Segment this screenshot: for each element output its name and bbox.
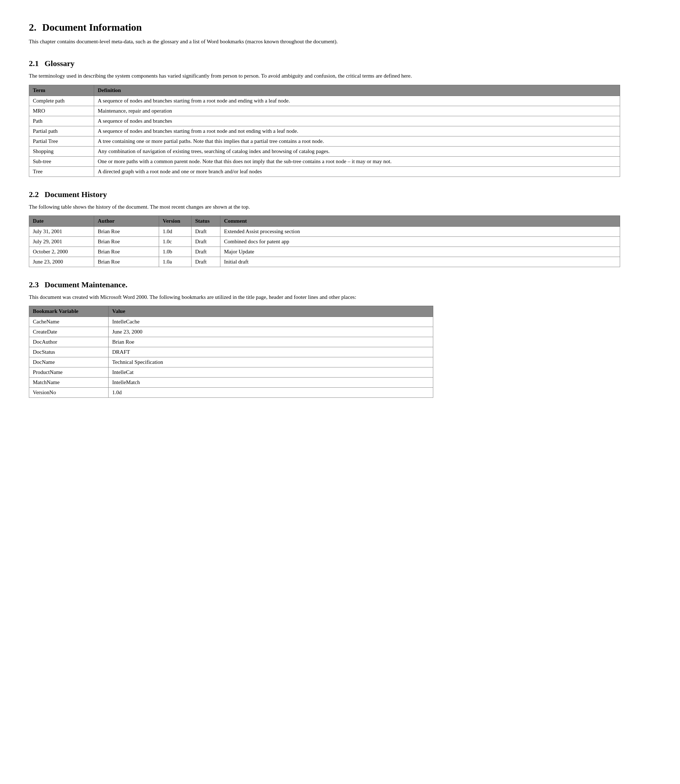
history-version: 1.0c [159,237,192,246]
glossary-term: MRO [29,106,94,116]
subsection-2-1-number: 2.1 [29,59,39,68]
section-2-3-intro: This document was created with Microsoft… [29,293,651,301]
glossary-row: TreeA directed graph with a root node an… [29,166,620,177]
glossary-row: Sub-treeOne or more paths with a common … [29,156,620,166]
history-status: Draft [192,257,220,267]
section-2-2-intro: The following table shows the history of… [29,203,651,211]
history-author: Brian Roe [94,257,159,267]
glossary-definition: A tree containing one or more partial pa… [94,136,620,146]
history-date: July 31, 2001 [29,226,94,237]
glossary-definition: One or more paths with a common parent n… [94,156,620,166]
history-version: 1.0a [159,257,192,267]
section-2-3-title: 2.3Document Maintenance. [29,280,651,289]
bookmark-row: CreateDateJune 23, 2000 [29,327,433,337]
glossary-row: MROMaintenance, repair and operation [29,106,620,116]
history-date: June 23, 2000 [29,257,94,267]
section-number: 2. [29,22,36,33]
history-date: October 2, 2000 [29,246,94,257]
history-version: 1.0b [159,246,192,257]
glossary-row: ShoppingAny combination of navigation of… [29,146,620,156]
history-col-header: Comment [220,216,620,226]
history-col-header: Version [159,216,192,226]
bookmark-variable: MatchName [29,377,109,388]
glossary-row: Partial TreeA tree containing one or mor… [29,136,620,146]
section-2-2-title: 2.2Document History [29,190,651,199]
bookmark-value: June 23, 2000 [109,327,433,337]
history-comment: Extended Assist processing section [220,226,620,237]
history-version: 1.0d [159,226,192,237]
history-comment: Initial draft [220,257,620,267]
section-2-1-intro: The terminology used in describing the s… [29,72,651,80]
glossary-term: Partial path [29,126,94,136]
glossary-row: Complete pathA sequence of nodes and bra… [29,96,620,106]
bookmark-col-variable: Bookmark Variable [29,306,109,317]
glossary-term: Complete path [29,96,94,106]
history-comment: Major Update [220,246,620,257]
glossary-term: Tree [29,166,94,177]
glossary-definition: Any combination of navigation of existin… [94,146,620,156]
glossary-definition: A sequence of nodes and branches startin… [94,96,620,106]
history-author: Brian Roe [94,246,159,257]
bookmark-row: ProductNameIntelleCat [29,368,433,377]
bookmark-variable: DocName [29,357,109,368]
history-date: July 29, 2001 [29,237,94,246]
history-col-header: Author [94,216,159,226]
bookmark-value: Brian Roe [109,337,433,347]
bookmark-variable: CreateDate [29,327,109,337]
glossary-col-term: Term [29,85,94,96]
section-2-intro: This chapter contains document-level met… [29,38,651,46]
bookmark-table: Bookmark Variable Value CacheNameIntelle… [29,306,433,398]
history-status: Draft [192,226,220,237]
glossary-col-definition: Definition [94,85,620,96]
glossary-row: PathA sequence of nodes and branches [29,116,620,126]
bookmark-variable: VersionNo [29,388,109,398]
history-author: Brian Roe [94,237,159,246]
bookmark-variable: DocAuthor [29,337,109,347]
section-2-1-title: 2.1Glossary [29,59,651,68]
history-col-header: Date [29,216,94,226]
bookmark-row: CacheNameIntelleCache [29,317,433,327]
bookmark-row: VersionNo1.0d [29,388,433,398]
bookmark-value: IntelleCache [109,317,433,327]
bookmark-row: DocNameTechnical Specification [29,357,433,368]
bookmark-value: Technical Specification [109,357,433,368]
glossary-row: Partial pathA sequence of nodes and bran… [29,126,620,136]
bookmark-value: DRAFT [109,347,433,357]
subsection-2-3-number: 2.3 [29,280,39,289]
glossary-term: Partial Tree [29,136,94,146]
history-status: Draft [192,246,220,257]
history-row: July 31, 2001Brian Roe1.0dDraftExtended … [29,226,620,237]
glossary-definition: A directed graph with a root node and on… [94,166,620,177]
bookmark-variable: ProductName [29,368,109,377]
history-table: DateAuthorVersionStatusComment July 31, … [29,216,620,267]
glossary-definition: A sequence of nodes and branches startin… [94,126,620,136]
glossary-table: Term Definition Complete pathA sequence … [29,85,620,177]
bookmark-row: DocStatusDRAFT [29,347,433,357]
bookmark-variable: DocStatus [29,347,109,357]
bookmark-value: IntelleCat [109,368,433,377]
bookmark-row: DocAuthorBrian Roe [29,337,433,347]
history-author: Brian Roe [94,226,159,237]
bookmark-col-value: Value [109,306,433,317]
history-row: July 29, 2001Brian Roe1.0cDraftCombined … [29,237,620,246]
glossary-term: Shopping [29,146,94,156]
glossary-definition: A sequence of nodes and branches [94,116,620,126]
bookmark-value: IntelleMatch [109,377,433,388]
glossary-definition: Maintenance, repair and operation [94,106,620,116]
subsection-2-2-number: 2.2 [29,190,39,199]
history-status: Draft [192,237,220,246]
bookmark-row: MatchNameIntelleMatch [29,377,433,388]
history-row: June 23, 2000Brian Roe1.0aDraftInitial d… [29,257,620,267]
history-col-header: Status [192,216,220,226]
bookmark-value: 1.0d [109,388,433,398]
bookmark-variable: CacheName [29,317,109,327]
history-row: October 2, 2000Brian Roe1.0bDraftMajor U… [29,246,620,257]
section-2-title: 2.Document Information [29,22,651,33]
history-comment: Combined docs for patent app [220,237,620,246]
glossary-term: Path [29,116,94,126]
glossary-term: Sub-tree [29,156,94,166]
